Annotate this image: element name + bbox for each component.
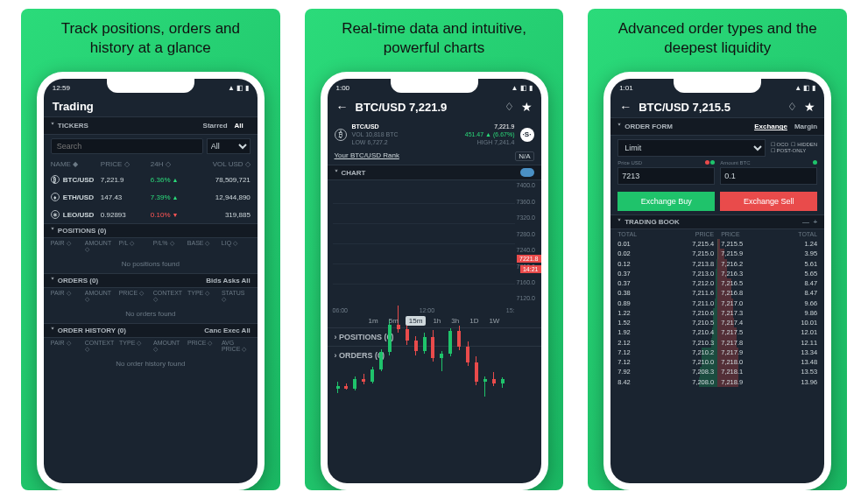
orders-header[interactable]: ORDERS (0) Bids Asks All [44, 273, 258, 288]
chart-canvas[interactable] [333, 184, 515, 303]
sell-button[interactable]: Exchange Sell [720, 192, 817, 211]
status-icons: ▲◧▮ [793, 84, 815, 92]
screen-order: 1:01 ▲◧▮ BTC/USD 7,215.5 ORDER FORM Exch… [610, 79, 824, 483]
status-time: 1:00 [336, 84, 350, 92]
pair-filter-select[interactable]: All [207, 138, 251, 154]
title-bar: BTC/USD 7,221.9 [328, 96, 541, 117]
screen-chart: 1:00 ▲◧▮ BTC/USD 7,221.9 ₿ BTC/USD VOL 1… [328, 79, 541, 483]
book-row[interactable]: 0.01 7,215.4 7,215.5 1.24 [610, 239, 824, 249]
last-price-tag: 7221.8 [517, 255, 540, 263]
interval-5m[interactable]: 5m [385, 316, 402, 326]
ticker-row[interactable]: ♦ETH/USD 147.43 7.39% 12,944,890 [44, 188, 258, 206]
status-time: 12:59 [53, 84, 70, 92]
price-input[interactable] [617, 167, 715, 185]
book-row[interactable]: 0.38 7,211.6 7,216.8 8.47 [610, 288, 824, 298]
back-icon[interactable] [619, 100, 632, 114]
book-row[interactable]: 8.42 7,208.0 7,218.9 13.96 [610, 377, 824, 387]
all-filter[interactable]: All [235, 122, 243, 130]
book-row[interactable]: 1.92 7,210.4 7,217.5 12.01 [610, 327, 824, 337]
bell-icon[interactable] [787, 101, 797, 113]
interval-1m[interactable]: 1m [365, 316, 382, 326]
positions-header[interactable]: POSITIONS (0) [44, 223, 258, 238]
crypto-icon: ♦ [51, 193, 60, 201]
interval-15m[interactable]: 15m [406, 316, 427, 326]
book-row[interactable]: 1.52 7,210.5 7,217.4 10.01 [610, 318, 824, 327]
page-title: BTC/USD 7,215.5 [639, 101, 780, 114]
chevron-down-icon [51, 227, 58, 235]
star-icon[interactable] [521, 100, 533, 114]
pair-stats: ₿ BTC/USD VOL 10,818 BTC LOW 6,727.2 7,2… [328, 117, 541, 151]
time-tag: 14:21 [520, 265, 541, 273]
back-icon[interactable] [336, 100, 349, 114]
book-row[interactable]: 7.12 7,210.2 7,217.9 13.34 [610, 348, 824, 357]
interval-1W[interactable]: 1W [485, 316, 503, 326]
book-row[interactable]: 1.22 7,210.6 7,217.3 9.86 [610, 308, 824, 318]
promo-panel-3: Advanced order types and the deepest liq… [588, 9, 847, 490]
bell-icon[interactable] [505, 101, 514, 113]
interval-1D[interactable]: 1D [466, 316, 482, 326]
trading-book-header[interactable]: TRADING BOOK — + [610, 214, 824, 229]
orders-tabs[interactable]: Bids Asks All [206, 277, 251, 285]
chart[interactable]: 7400.07360.07320.07280.07240.07200.07160… [328, 180, 541, 327]
phone-1: 12:59 ▲◧▮ Trading TICKERS Starred All Al… [37, 72, 265, 490]
order-form-header[interactable]: ORDER FORM Exchange Margin [610, 117, 824, 136]
phone-notch [107, 79, 194, 93]
positions-empty: No positions found [44, 255, 258, 273]
amount-input[interactable] [720, 167, 817, 185]
oco-checkbox[interactable]: OCO ☐ HIDDEN [771, 142, 817, 148]
btc-icon: ₿ [335, 129, 347, 141]
orders-empty: No orders found [44, 305, 258, 323]
order-type-select[interactable]: Limit [617, 139, 766, 157]
ticker-row[interactable]: ₿BTC/USD 7,221.9 6.36% 78,509,721 [44, 171, 258, 188]
chevron-down-icon [335, 169, 342, 177]
book-row[interactable]: 0.12 7,213.8 7,216.2 5.61 [610, 259, 824, 269]
buy-button[interactable]: Exchange Buy [617, 192, 715, 211]
book-row[interactable]: 2.12 7,210.3 7,217.8 12.11 [610, 338, 824, 348]
headline-1: Track positions, orders and history at a… [21, 19, 280, 58]
margin-tab[interactable]: Margin [794, 123, 817, 130]
phone-notch [674, 79, 761, 93]
starred-filter[interactable]: Starred [203, 122, 228, 130]
book-row[interactable]: 0.02 7,215.0 7,215.9 3.95 [610, 249, 824, 258]
headline-2: Real-time data and intuitive, powerful c… [305, 19, 564, 58]
rank-row[interactable]: Your BTC/USD Rank N/A [328, 151, 541, 165]
price-label: Price USD [617, 160, 642, 165]
search-input[interactable] [51, 138, 203, 154]
screen-trading: 12:59 ▲◧▮ Trading TICKERS Starred All Al… [44, 79, 258, 483]
tickers-thead: NAME ◆ PRICE ◇ 24H ◇ VOL USD ◇ [44, 158, 258, 171]
status-time: 1:01 [619, 84, 633, 92]
orders-cols: PAIR ◇AMOUNT ◇PRICE ◇CONTEXT ◇TYPE ◇STAT… [44, 288, 258, 305]
positions-cols: PAIR ◇AMOUNT ◇P/L ◇P/L% ◇BASE ◇LIQ ◇ [44, 238, 258, 255]
cloud-icon[interactable] [520, 168, 534, 177]
history-header[interactable]: ORDER HISTORY (0) Canc Exec All [44, 323, 258, 338]
chevron-down-icon [617, 123, 625, 130]
book-row[interactable]: 0.89 7,211.0 7,217.0 9.66 [610, 299, 824, 308]
star-icon[interactable] [804, 100, 815, 114]
interval-1h[interactable]: 1h [429, 316, 444, 326]
page-title: Trading [53, 100, 249, 113]
history-tabs[interactable]: Canc Exec All [204, 327, 251, 334]
chevron-down-icon [51, 327, 58, 334]
tickers-header[interactable]: TICKERS Starred All [44, 116, 258, 135]
book-row[interactable]: 7.92 7,208.3 7,218.1 13.53 [610, 367, 824, 376]
ticker-row[interactable]: ✶LEO/USD 0.92893 0.10% 319,885 [44, 206, 258, 223]
amount-label: Amount BTC [720, 160, 750, 165]
chart-yaxis: 7400.07360.07320.07280.07240.07200.07160… [517, 180, 541, 303]
exchange-tab[interactable]: Exchange [754, 123, 787, 130]
chart-header[interactable]: CHART [328, 165, 541, 180]
postonly-checkbox[interactable]: POST-ONLY [771, 148, 817, 154]
promo-panel-2: Real-time data and intuitive, powerful c… [305, 9, 564, 490]
title-bar: BTC/USD 7,215.5 [610, 96, 824, 117]
book-row[interactable]: 0.37 7,213.0 7,216.3 5.65 [610, 269, 824, 278]
book-row[interactable]: 0.37 7,212.0 7,216.5 8.47 [610, 278, 824, 288]
chart-xaxis: 06:0012:0015: [333, 307, 515, 313]
headline-3: Advanced order types and the deepest liq… [588, 19, 847, 58]
book-head: TOTALPRICEPRICETOTAL [610, 229, 824, 239]
interval-3h[interactable]: 3h [448, 316, 462, 326]
snapshot-badge[interactable]: ·S· [520, 128, 534, 142]
status-icons: ▲◧▮ [226, 84, 249, 92]
book-tools[interactable]: — + [802, 218, 817, 226]
book-row[interactable]: 7.12 7,210.0 7,218.0 13.48 [610, 357, 824, 367]
tickers-body: ₿BTC/USD 7,221.9 6.36% 78,509,721 ♦ETH/U… [44, 171, 258, 223]
status-icons: ▲◧▮ [510, 84, 533, 92]
